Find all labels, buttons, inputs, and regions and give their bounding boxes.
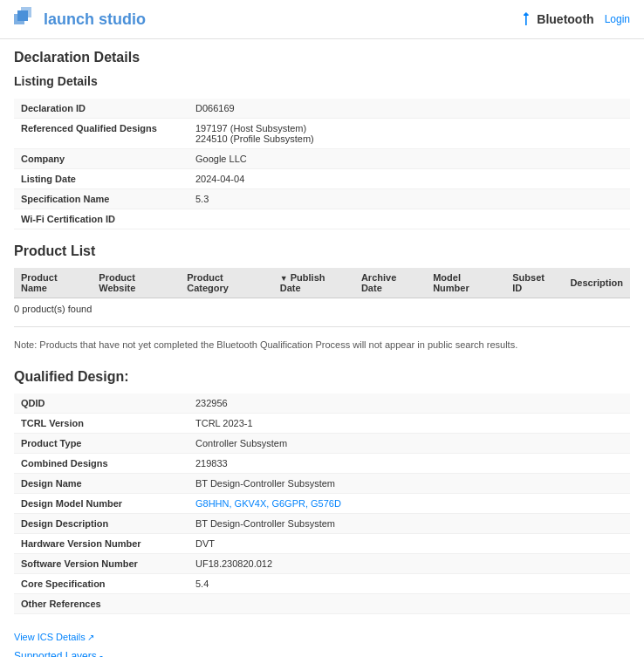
qd-label: Design Name [14, 474, 188, 494]
view-ics-link[interactable]: View ICS Details ↗ [14, 632, 94, 642]
qualified-design-row: Design NameBT Design-Controller Subsyste… [14, 474, 630, 494]
col-subset-id[interactable]: Subset ID [505, 268, 563, 298]
qd-label: TCRL Version [14, 414, 188, 434]
listing-value: 197197 (Host Subsystem)224510 (Profile S… [188, 119, 630, 149]
qualified-design-row: Other References [14, 594, 630, 614]
listing-row: Listing Date2024-04-04 [14, 169, 630, 189]
product-list-note: Note: Products that have not yet complet… [14, 334, 630, 355]
product-table-header-row: Product Name Product Website Product Cat… [14, 268, 630, 298]
divider [14, 326, 630, 327]
qd-label: QDID [14, 394, 188, 414]
products-found: 0 product(s) found [14, 298, 630, 319]
qd-label: Software Version Number [14, 554, 188, 574]
qd-value: 232956 [188, 394, 630, 414]
qd-label: Design Model Number [14, 494, 188, 514]
qualified-design-row: TCRL VersionTCRL 2023-1 [14, 414, 630, 434]
qd-label: Design Description [14, 514, 188, 534]
bluetooth-icon: ⭡ [519, 11, 533, 27]
col-publish-date[interactable]: ▼ Publish Date [273, 268, 354, 298]
qd-label: Other References [14, 594, 188, 614]
listing-label: Wi-Fi Certification ID [14, 209, 188, 229]
header-right: ⭡ Bluetooth Login [519, 11, 630, 27]
qd-value: 219833 [188, 454, 630, 474]
listing-label: Referenced Qualified Designs [14, 119, 188, 149]
product-table: Product Name Product Website Product Cat… [14, 268, 630, 298]
supported-layers-link[interactable]: Supported Layers - [14, 650, 103, 657]
main-content: Declaration Details Listing Details Decl… [0, 39, 644, 657]
logo-text: launch studio [44, 10, 146, 29]
qualified-design-row: Core Specification5.4 [14, 574, 630, 594]
qd-value: Controller Subsystem [188, 434, 630, 454]
qd-label: Combined Designs [14, 454, 188, 474]
external-link-icon: ↗ [87, 633, 94, 642]
qd-value-link[interactable]: G8HHN, GKV4X, G6GPR, G576D [195, 498, 341, 509]
col-model-number[interactable]: Model Number [426, 268, 505, 298]
qd-value: BT Design-Controller Subsystem [188, 474, 630, 494]
listing-details-table: Declaration IDD066169Referenced Qualifie… [14, 99, 630, 229]
svg-rect-2 [17, 10, 28, 21]
view-ics-text: View ICS Details [14, 632, 86, 642]
listing-value: 5.3 [188, 189, 630, 209]
declaration-details-section: Declaration Details Listing Details Decl… [14, 50, 630, 229]
qd-value: DVT [188, 534, 630, 554]
qualified-design-row: Product TypeController Subsystem [14, 434, 630, 454]
qualified-design-section: Qualified Design: QDID232956TCRL Version… [14, 369, 630, 657]
qd-value: BT Design-Controller Subsystem [188, 514, 630, 534]
qualified-design-row: Software Version NumberUF18.230820.012 [14, 554, 630, 574]
listing-details-subsection: Listing Details Declaration IDD066169Ref… [14, 74, 630, 229]
qualified-design-row: QDID232956 [14, 394, 630, 414]
qd-value: TCRL 2023-1 [188, 414, 630, 434]
listing-label: Company [14, 149, 188, 169]
qd-label: Product Type [14, 434, 188, 454]
product-list-title: Product List [14, 243, 630, 259]
logo-container: launch studio [14, 7, 146, 31]
header: launch studio ⭡ Bluetooth Login [0, 0, 644, 39]
col-description[interactable]: Description [563, 268, 630, 298]
qd-value: UF18.230820.012 [188, 554, 630, 574]
listing-row: Wi-Fi Certification ID [14, 209, 630, 229]
listing-row: Referenced Qualified Designs197197 (Host… [14, 119, 630, 149]
listing-label: Specification Name [14, 189, 188, 209]
listing-row: Declaration IDD066169 [14, 99, 630, 119]
declaration-details-title: Declaration Details [14, 50, 630, 65]
qd-value[interactable]: G8HHN, GKV4X, G6GPR, G576D [188, 494, 630, 514]
qd-value: 5.4 [188, 574, 630, 594]
product-list-section: Product List Product Name Product Websit… [14, 243, 630, 355]
listing-value [188, 209, 630, 229]
listing-label: Listing Date [14, 169, 188, 189]
col-product-name[interactable]: Product Name [14, 268, 92, 298]
qd-label: Core Specification [14, 574, 188, 594]
col-product-website[interactable]: Product Website [92, 268, 180, 298]
listing-value: D066169 [188, 99, 630, 119]
listing-value: 2024-04-04 [188, 169, 630, 189]
qualified-design-row: Design DescriptionBT Design-Controller S… [14, 514, 630, 534]
bluetooth-brand: ⭡ Bluetooth [519, 11, 593, 27]
qd-label: Hardware Version Number [14, 534, 188, 554]
qualified-design-row: Hardware Version NumberDVT [14, 534, 630, 554]
col-archive-date[interactable]: Archive Date [354, 268, 426, 298]
listing-label: Declaration ID [14, 99, 188, 119]
bluetooth-brand-text: Bluetooth [537, 12, 593, 26]
listing-details-subtitle: Listing Details [14, 74, 630, 92]
qualified-design-title: Qualified Design: [14, 369, 630, 385]
col-product-category[interactable]: Product Category [180, 268, 273, 298]
listing-row: CompanyGoogle LLC [14, 149, 630, 169]
listing-value: Google LLC [188, 149, 630, 169]
qd-value [188, 594, 630, 614]
listing-row: Specification Name5.3 [14, 189, 630, 209]
qualified-design-table: QDID232956TCRL VersionTCRL 2023-1Product… [14, 394, 630, 614]
launch-studio-logo-icon [14, 7, 38, 31]
qualified-design-row: Design Model NumberG8HHN, GKV4X, G6GPR, … [14, 494, 630, 514]
qualified-design-row: Combined Designs219833 [14, 454, 630, 474]
login-link[interactable]: Login [605, 13, 630, 25]
